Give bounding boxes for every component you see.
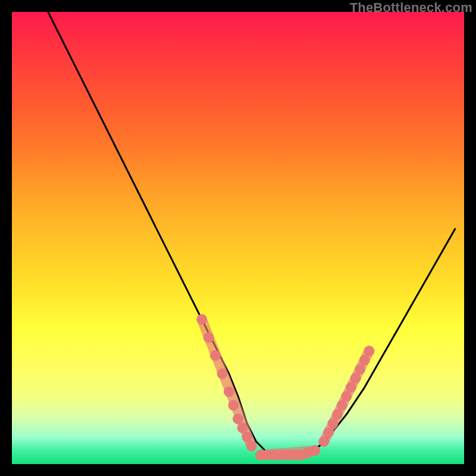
bead-marker: [303, 448, 313, 458]
bead-marker: [246, 441, 256, 451]
bead-marker: [276, 450, 286, 460]
bead-marker: [364, 346, 374, 356]
bead-connector: [324, 351, 369, 441]
bead-marker: [217, 369, 227, 379]
plot-area: [12, 12, 464, 464]
bead-marker: [224, 387, 234, 397]
bead-marker: [269, 450, 279, 460]
outer-black-frame: [0, 0, 476, 476]
bead-marker: [290, 450, 300, 460]
bead-marker: [319, 437, 329, 447]
bead-marker: [256, 450, 266, 460]
bead-marker: [228, 400, 239, 411]
watermark-text: TheBottleneck.com: [350, 0, 472, 15]
chart-container: TheBottleneck.com: [0, 0, 476, 476]
markers-group: [197, 314, 374, 460]
bead-marker: [350, 373, 361, 383]
bead-marker: [355, 364, 365, 374]
bead-connector: [261, 450, 315, 455]
bead-marker: [237, 423, 248, 433]
bead-connector: [202, 320, 252, 446]
bead-marker: [242, 432, 252, 442]
bead-marker: [333, 409, 343, 419]
bead-marker: [262, 450, 273, 460]
bead-marker: [346, 382, 356, 392]
bead-marker: [283, 450, 293, 460]
bead-marker: [203, 333, 214, 343]
bead-marker: [310, 446, 320, 456]
bead-marker: [296, 450, 306, 460]
bottleneck-curve: [48, 12, 455, 455]
bead-marker: [328, 418, 338, 428]
bead-marker: [359, 355, 369, 365]
bead-marker: [337, 400, 347, 411]
bead-marker: [233, 414, 243, 424]
bead-marker: [324, 427, 334, 437]
bead-marker: [211, 350, 221, 361]
bead-marker: [197, 314, 207, 324]
curve-path: [48, 12, 455, 455]
curve-svg: [12, 12, 464, 464]
bead-marker: [342, 392, 352, 402]
